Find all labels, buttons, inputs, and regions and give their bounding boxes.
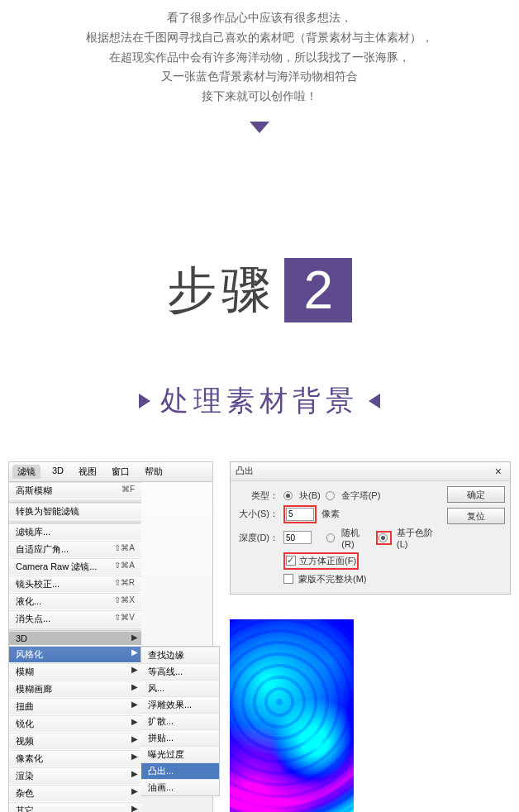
radio-pyramid[interactable] xyxy=(326,491,335,500)
menu-item-label: 视频 xyxy=(16,735,34,748)
menu-item-label: 液化... xyxy=(16,595,41,608)
menu-item-other[interactable]: 其它▶ xyxy=(9,802,141,812)
ok-button[interactable]: 确定 xyxy=(447,486,505,503)
intro-line: 又一张蓝色背景素材与海洋动物相符合 xyxy=(33,67,486,87)
triangle-down-icon xyxy=(250,122,269,133)
dialog-titlebar: 凸出 × xyxy=(231,462,510,481)
sub-item-oilpaint[interactable]: 油画... xyxy=(141,779,219,795)
menu-shortcut: ⇧⌘A xyxy=(114,543,135,556)
chevron-right-icon: ▶ xyxy=(131,633,138,642)
intro-line: 根据想法在千图网寻找自己喜欢的素材吧（背景素材与主体素材）， xyxy=(33,28,486,48)
close-icon[interactable]: × xyxy=(492,465,505,478)
arrow-left-icon xyxy=(369,394,380,408)
size-highlight xyxy=(283,505,317,523)
menu-shortcut: ⇧⌘X xyxy=(114,595,135,608)
menu-item-blurgallery[interactable]: 模糊画廊▶ xyxy=(9,681,141,698)
menu-item-gaussian[interactable]: 高斯模糊 ⌘F xyxy=(9,482,141,499)
menu-item-label: 其它 xyxy=(16,805,34,812)
result-image xyxy=(230,619,354,812)
step-number-badge: 2 xyxy=(284,258,352,322)
chevron-right-icon: ▶ xyxy=(131,786,138,795)
menu-shortcut: ⇧⌘V xyxy=(114,613,135,625)
menu-item-label: 转换为智能滤镜 xyxy=(16,505,79,518)
checkbox-cubefront-label: 立方体正面(F) xyxy=(299,555,356,567)
menu-window[interactable]: 窗口 xyxy=(108,465,133,479)
menu-item-label: 杂色 xyxy=(16,787,34,800)
sub-item-solarize[interactable]: 曝光过度 xyxy=(141,746,219,762)
sub-item-tiles[interactable]: 拼贴... xyxy=(141,729,219,746)
chevron-right-icon: ▶ xyxy=(131,647,138,657)
menu-item-label: 模糊 xyxy=(16,666,34,678)
menu-item-sharpen[interactable]: 锐化▶ xyxy=(9,715,141,733)
menu-item-label: Camera Raw 滤镜... xyxy=(16,561,97,573)
intro-line: 接下来就可以创作啦！ xyxy=(33,87,486,107)
menu-item-label: 高斯模糊 xyxy=(16,485,52,497)
chevron-right-icon: ▶ xyxy=(131,700,138,709)
intro-line: 看了很多作品心中应该有很多想法， xyxy=(33,8,486,28)
size-label: 大小(S)： xyxy=(236,508,279,520)
sub-item-contour[interactable]: 等高线... xyxy=(141,663,219,680)
menu-item-label: 风格化 xyxy=(16,648,43,661)
radio-random[interactable] xyxy=(326,533,336,542)
menu-shortcut: ⌘F xyxy=(121,485,135,497)
menu-item-3d[interactable]: 3D▶ xyxy=(9,631,141,646)
checkbox-mask[interactable] xyxy=(283,574,293,584)
level-highlight xyxy=(376,531,392,545)
menu-item-pixelate[interactable]: 像素化▶ xyxy=(9,750,141,767)
menu-item-render[interactable]: 渲染▶ xyxy=(9,767,141,785)
menu-item-filtergallery[interactable]: 滤镜库... xyxy=(9,523,141,541)
radio-level[interactable] xyxy=(379,533,388,542)
menu-shortcut: ⇧⌘R xyxy=(114,578,135,590)
sub-item-diffuse[interactable]: 扩散... xyxy=(141,713,219,729)
menu-help[interactable]: 帮助 xyxy=(141,465,166,479)
menu-filter[interactable]: 滤镜 xyxy=(12,465,40,479)
sub-item-emboss[interactable]: 浮雕效果... xyxy=(141,696,219,713)
menu-item-stylize[interactable]: 风格化▶ xyxy=(9,646,141,663)
size-unit: 像素 xyxy=(321,508,340,520)
depth-label: 深度(D)： xyxy=(236,532,279,544)
sub-item-findedges[interactable]: 查找边缘 xyxy=(141,647,219,663)
menu-view[interactable]: 视图 xyxy=(75,465,100,479)
cubefront-highlight: 立方体正面(F) xyxy=(283,552,359,570)
filter-menu-panel: 滤镜 3D 视图 窗口 帮助 高斯模糊 ⌘F 转换为智能滤镜 滤镜库... 自适… xyxy=(8,461,213,812)
menu-item-smartfilter[interactable]: 转换为智能滤镜 xyxy=(9,503,141,520)
menu-item-label: 锐化 xyxy=(16,718,34,730)
depth-input[interactable] xyxy=(283,531,312,544)
checkbox-cubefront[interactable] xyxy=(286,556,296,566)
arrow-right-icon xyxy=(139,394,150,408)
size-input[interactable] xyxy=(286,508,314,521)
chevron-right-icon: ▶ xyxy=(131,752,138,761)
menu-item-label: 消失点... xyxy=(16,613,50,625)
chevron-right-icon: ▶ xyxy=(131,804,138,812)
menu-item-cameraraw[interactable]: Camera Raw 滤镜...⇧⌘A xyxy=(9,558,141,576)
menu-item-label: 自适应广角... xyxy=(16,543,69,556)
menu-item-label: 像素化 xyxy=(16,752,43,765)
dialog-title: 凸出 xyxy=(236,465,254,477)
checkbox-mask-label: 蒙版不完整块(M) xyxy=(298,573,367,585)
menu-item-video[interactable]: 视频▶ xyxy=(9,733,141,750)
menu-item-lenscorrect[interactable]: 镜头校正...⇧⌘R xyxy=(9,576,141,593)
menu-item-label: 镜头校正... xyxy=(16,578,60,590)
sub-item-extrude[interactable]: 凸出... xyxy=(141,762,219,779)
menu-list: 高斯模糊 ⌘F 转换为智能滤镜 滤镜库... 自适应广角...⇧⌘A Camer… xyxy=(9,482,141,812)
intro-line: 在超现实作品中会有许多海洋动物，所以我找了一张海豚， xyxy=(33,48,486,68)
menu-item-blur[interactable]: 模糊▶ xyxy=(9,663,141,681)
sub-item-wind[interactable]: 风... xyxy=(141,680,219,696)
radio-block[interactable] xyxy=(283,491,293,500)
chevron-right-icon: ▶ xyxy=(131,682,138,691)
radio-block-label: 块(B) xyxy=(299,490,321,502)
menu-item-adaptivewide[interactable]: 自适应广角...⇧⌘A xyxy=(9,541,141,558)
radio-level-label: 基于色阶(L) xyxy=(397,527,442,549)
reset-button[interactable]: 复位 xyxy=(447,508,505,524)
radio-random-label: 随机(R) xyxy=(341,527,371,549)
menu-item-distort[interactable]: 扭曲▶ xyxy=(9,698,141,715)
section-title: 处理素材背景 xyxy=(160,382,359,420)
menu-3d[interactable]: 3D xyxy=(49,465,67,479)
menu-item-vanishing[interactable]: 消失点...⇧⌘V xyxy=(9,610,141,628)
menu-item-noise[interactable]: 杂色▶ xyxy=(9,785,141,802)
chevron-right-icon: ▶ xyxy=(131,717,138,726)
menu-item-liquify[interactable]: 液化...⇧⌘X xyxy=(9,593,141,610)
intro-text: 看了很多作品心中应该有很多想法， 根据想法在千图网寻找自己喜欢的素材吧（背景素材… xyxy=(0,0,519,107)
step-header: 步骤 2 xyxy=(0,257,519,324)
menu-item-label: 渲染 xyxy=(16,770,34,782)
